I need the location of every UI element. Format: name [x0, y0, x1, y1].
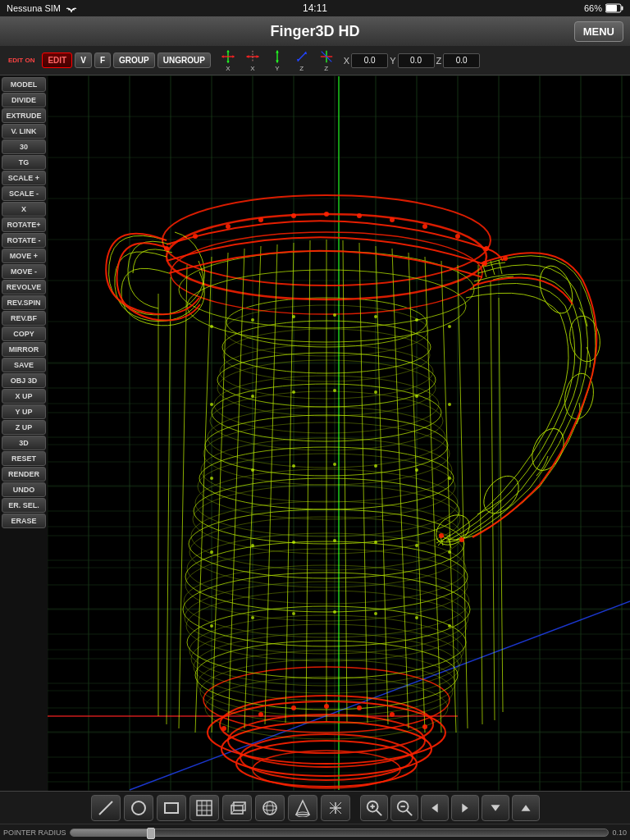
ungroup-button[interactable]: UNGROUP [158, 52, 211, 68]
move-y-icon[interactable]: Y [266, 49, 289, 72]
sidebar-btn-rev-bf[interactable]: REV.BF [2, 311, 46, 326]
svg-line-198 [99, 801, 112, 815]
sidebar-btn-tg[interactable]: TG [2, 155, 46, 170]
svg-rect-206 [231, 806, 243, 814]
sidebar-btn-extrude[interactable]: EXTRUDE [2, 108, 46, 123]
tool-cone[interactable] [288, 795, 317, 821]
tool-sphere[interactable] [255, 795, 285, 821]
tool-line[interactable] [91, 795, 121, 821]
sidebar-btn-render[interactable]: RENDER [2, 467, 46, 482]
svg-marker-8 [221, 55, 224, 58]
svg-point-199 [132, 801, 145, 815]
pointer-radius-value: 0.10 [612, 829, 627, 837]
svg-marker-7 [226, 61, 230, 63]
svg-point-213 [263, 806, 276, 810]
pan-left-button[interactable] [421, 795, 449, 821]
main-area: MODELDIVIDEEXTRUDEV. LINK30TGSCALE +SCAL… [0, 75, 630, 791]
status-left: Nessuna SIM [7, 2, 77, 14]
status-time: 14:11 [303, 2, 327, 14]
sidebar-btn-x-up[interactable]: X UP [2, 389, 46, 404]
pan-up-button[interactable] [512, 795, 540, 821]
svg-marker-9 [232, 55, 235, 58]
sidebar-btn-scale--[interactable]: SCALE + [2, 171, 46, 185]
battery-icon [605, 3, 623, 13]
zoom-controls [360, 795, 540, 821]
sidebar-btn-z-up[interactable]: Z UP [2, 420, 46, 435]
x-input[interactable] [351, 53, 388, 68]
tool-box[interactable] [222, 795, 252, 821]
svg-point-0 [71, 11, 72, 12]
svg-line-225 [406, 810, 411, 815]
svg-rect-3 [606, 5, 617, 11]
pointer-radius-bar: POINTER RADIUS 0.10 [0, 824, 630, 840]
svg-line-221 [376, 810, 381, 815]
svg-rect-2 [622, 7, 623, 11]
pointer-radius-label: POINTER RADIUS [3, 829, 66, 837]
sidebar-btn-save[interactable]: SAVE [2, 358, 46, 372]
sidebar-btn-er--sel-[interactable]: ER. SEL. [2, 498, 46, 513]
left-sidebar: MODELDIVIDEEXTRUDEV. LINK30TGSCALE +SCAL… [0, 75, 48, 791]
svg-marker-228 [462, 803, 468, 812]
svg-marker-15 [276, 49, 279, 52]
status-right: 66% [584, 3, 623, 13]
coord-inputs: X Y Z [344, 53, 480, 68]
viewport-3d[interactable] [48, 75, 630, 791]
group-button[interactable]: GROUP [113, 52, 155, 68]
sidebar-btn-y-up[interactable]: Y UP [2, 404, 46, 419]
sidebar-btn-rotate-[interactable]: ROTATE+ [2, 217, 46, 232]
y-label: Y [390, 56, 395, 66]
sidebar-btn-v--link[interactable]: V. LINK [2, 124, 46, 139]
svg-marker-229 [491, 805, 500, 810]
tool-grid[interactable] [189, 795, 219, 821]
pan-down-button[interactable] [482, 795, 509, 821]
y-input[interactable] [398, 53, 435, 68]
sidebar-btn-divide[interactable]: DIVIDE [2, 93, 46, 107]
title-bar: Finger3D HD MENU [0, 16, 630, 46]
z-input[interactable] [443, 53, 480, 68]
sidebar-btn-move--[interactable]: MOVE + [2, 249, 46, 263]
sidebar-btn-erase[interactable]: ERASE [2, 514, 46, 528]
v-button[interactable]: V [75, 52, 92, 68]
svg-marker-16 [276, 60, 279, 63]
bottom-toolbar [0, 791, 630, 824]
pointer-radius-slider[interactable] [70, 829, 609, 837]
sidebar-btn-model[interactable]: MODEL [2, 77, 46, 92]
sidebar-btn-copy[interactable]: COPY [2, 326, 46, 341]
menu-button[interactable]: MENU [574, 21, 623, 42]
svg-marker-11 [246, 55, 249, 58]
sidebar-btn-rev-spin[interactable]: REV.SPIN [2, 295, 46, 310]
move-z-icon[interactable]: Z [290, 49, 313, 72]
sidebar-btn-30[interactable]: 30 [2, 139, 46, 154]
svg-marker-6 [226, 49, 230, 52]
tool-mesh[interactable] [321, 795, 350, 821]
sidebar-btn-3d[interactable]: 3D [2, 436, 46, 450]
sidebar-btn-scale--[interactable]: SCALE - [2, 186, 46, 201]
f-button[interactable]: F [94, 52, 111, 68]
sidebar-btn-obj-3d[interactable]: OBJ 3D [2, 373, 46, 388]
edit-on-label: EDIT ON [3, 54, 39, 66]
move-x-icon[interactable]: X [241, 49, 264, 72]
edit-button[interactable]: EDIT [42, 52, 72, 68]
toolbar: EDIT ON EDIT V F GROUP UNGROUP X X Y Z Z… [0, 46, 630, 75]
move-xy-icon[interactable]: X [217, 49, 240, 72]
svg-rect-200 [165, 803, 178, 813]
tool-rectangle[interactable] [157, 795, 186, 821]
zoom-in-button[interactable] [360, 795, 388, 821]
app-title: Finger3D HD [270, 23, 359, 40]
sidebar-btn-rotate--[interactable]: ROTATE - [2, 233, 46, 248]
axis-icons: X X Y Z Z [217, 49, 338, 72]
sidebar-btn-move--[interactable]: MOVE - [2, 264, 46, 279]
sidebar-btn-mirror[interactable]: MIRROR [2, 342, 46, 357]
pan-right-button[interactable] [451, 795, 479, 821]
sidebar-btn-reset[interactable]: RESET [2, 451, 46, 466]
svg-marker-12 [256, 55, 259, 58]
sidebar-btn-undo[interactable]: UNDO [2, 482, 46, 497]
battery-label: 66% [584, 3, 602, 13]
z-label: Z [436, 56, 442, 66]
sidebar-btn-revolve[interactable]: REVOLVE [2, 280, 46, 294]
sidebar-btn-x[interactable]: X [2, 202, 46, 217]
zoom-out-button[interactable] [390, 795, 418, 821]
x-label: X [344, 56, 349, 66]
scale-all-icon[interactable]: Z [315, 49, 338, 72]
tool-circle[interactable] [124, 795, 153, 821]
